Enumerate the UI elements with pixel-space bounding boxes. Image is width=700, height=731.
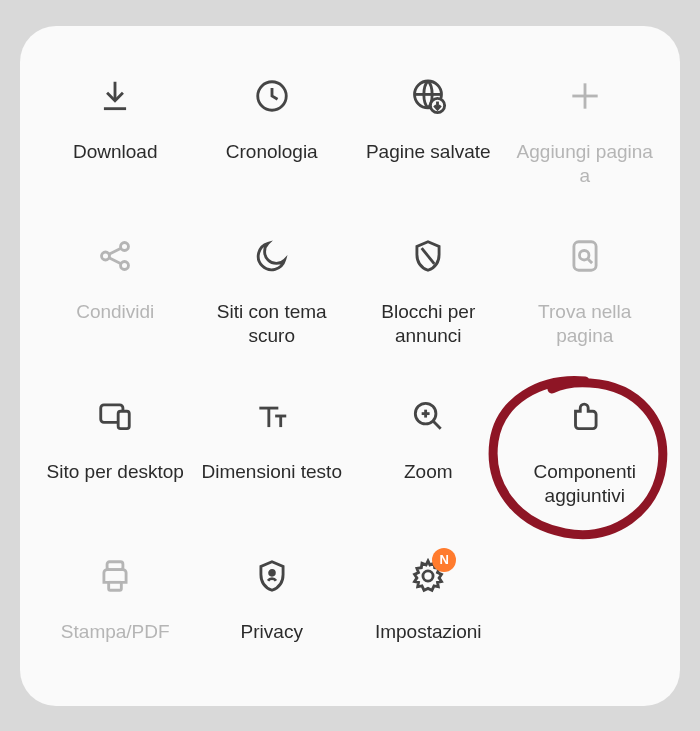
menu-item-print-pdf[interactable]: Stampa/PDF	[40, 546, 191, 696]
menu-item-label: Pagine salvate	[366, 140, 491, 165]
printer-icon	[85, 546, 145, 606]
menu-item-label: Blocchi per annunci	[353, 300, 503, 349]
menu-grid: Download Cronologia	[40, 66, 660, 666]
menu-item-text-size[interactable]: Dimensioni testo	[197, 386, 348, 536]
svg-line-11	[109, 248, 121, 254]
svg-point-10	[121, 261, 129, 269]
moon-icon	[242, 226, 302, 286]
menu-item-label: Stampa/PDF	[61, 620, 170, 645]
svg-line-12	[109, 257, 121, 263]
svg-point-8	[102, 252, 110, 260]
menu-item-settings[interactable]: N Impostazioni	[353, 546, 504, 696]
svg-line-16	[588, 259, 592, 263]
menu-item-find-in-page[interactable]: Trova nella pagina	[510, 226, 661, 376]
menu-item-label: Download	[73, 140, 158, 165]
plus-icon	[555, 66, 615, 126]
monitor-icon	[85, 386, 145, 446]
menu-item-dark-theme-sites[interactable]: Siti con tema scuro	[197, 226, 348, 376]
new-badge: N	[432, 548, 456, 572]
svg-point-29	[269, 570, 274, 575]
privacy-shield-icon	[242, 546, 302, 606]
svg-line-24	[434, 421, 441, 428]
svg-point-15	[579, 250, 589, 260]
menu-item-saved-pages[interactable]: Pagine salvate	[353, 66, 504, 216]
svg-rect-14	[574, 241, 596, 270]
download-icon	[85, 66, 145, 126]
svg-point-9	[121, 242, 129, 250]
menu-item-desktop-site[interactable]: Sito per desktop	[40, 386, 191, 536]
svg-line-13	[422, 248, 435, 264]
menu-item-addons[interactable]: Componenti aggiuntivi	[510, 386, 661, 536]
menu-item-label: Componenti aggiuntivi	[510, 460, 660, 509]
menu-item-label: Zoom	[404, 460, 453, 485]
zoom-in-icon	[398, 386, 458, 446]
menu-item-label: Privacy	[241, 620, 303, 645]
menu-item-label: Impostazioni	[375, 620, 482, 645]
share-icon	[85, 226, 145, 286]
menu-panel: Download Cronologia	[20, 26, 680, 706]
menu-item-label: Trova nella pagina	[510, 300, 660, 349]
menu-item-share[interactable]: Condividi	[40, 226, 191, 376]
puzzle-icon	[555, 386, 615, 446]
gear-icon: N	[398, 546, 458, 606]
text-size-icon	[242, 386, 302, 446]
menu-item-label: Siti con tema scuro	[197, 300, 347, 349]
globe-down-icon	[398, 66, 458, 126]
menu-item-label: Aggiungi pagina a	[510, 140, 660, 189]
svg-point-30	[423, 570, 433, 580]
menu-item-download[interactable]: Download	[40, 66, 191, 216]
menu-item-label: Condividi	[76, 300, 154, 325]
clock-icon	[242, 66, 302, 126]
menu-item-zoom[interactable]: Zoom	[353, 386, 504, 536]
menu-item-label: Sito per desktop	[47, 460, 184, 485]
svg-rect-18	[118, 411, 129, 428]
menu-item-label: Dimensioni testo	[202, 460, 342, 485]
search-page-icon	[555, 226, 615, 286]
menu-item-history[interactable]: Cronologia	[197, 66, 348, 216]
menu-item-add-page-to[interactable]: Aggiungi pagina a	[510, 66, 661, 216]
menu-item-privacy[interactable]: Privacy	[197, 546, 348, 696]
shield-slash-icon	[398, 226, 458, 286]
menu-item-ad-blockers[interactable]: Blocchi per annunci	[353, 226, 504, 376]
menu-item-label: Cronologia	[226, 140, 318, 165]
